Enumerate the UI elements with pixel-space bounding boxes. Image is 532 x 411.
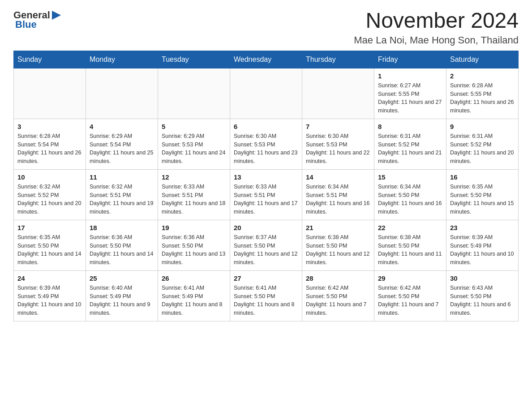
calendar-cell: 10Sunrise: 6:32 AMSunset: 5:52 PMDayligh… — [14, 169, 86, 220]
svg-marker-0 — [52, 11, 61, 20]
day-info: Sunrise: 6:42 AMSunset: 5:50 PMDaylight:… — [378, 284, 442, 317]
day-number: 22 — [378, 224, 442, 231]
day-info: Sunrise: 6:35 AMSunset: 5:50 PMDaylight:… — [450, 183, 515, 216]
calendar-week-4: 17Sunrise: 6:35 AMSunset: 5:50 PMDayligh… — [14, 220, 519, 270]
day-number: 2 — [450, 72, 515, 80]
calendar-cell: 25Sunrise: 6:40 AMSunset: 5:49 PMDayligh… — [86, 270, 158, 321]
day-number: 27 — [234, 274, 298, 282]
day-number: 23 — [450, 224, 515, 231]
calendar-cell: 18Sunrise: 6:36 AMSunset: 5:50 PMDayligh… — [86, 220, 158, 270]
calendar-cell: 6Sunrise: 6:30 AMSunset: 5:53 PMDaylight… — [230, 119, 302, 169]
calendar-cell: 7Sunrise: 6:30 AMSunset: 5:53 PMDaylight… — [302, 119, 374, 169]
day-info: Sunrise: 6:32 AMSunset: 5:51 PMDaylight:… — [90, 183, 154, 216]
day-number: 26 — [162, 274, 226, 282]
day-number: 28 — [306, 274, 370, 282]
calendar-cell: 29Sunrise: 6:42 AMSunset: 5:50 PMDayligh… — [374, 270, 446, 321]
calendar-week-3: 10Sunrise: 6:32 AMSunset: 5:52 PMDayligh… — [14, 169, 519, 220]
day-info: Sunrise: 6:37 AMSunset: 5:50 PMDaylight:… — [234, 233, 298, 267]
day-info: Sunrise: 6:38 AMSunset: 5:50 PMDaylight:… — [306, 233, 370, 267]
day-info: Sunrise: 6:29 AMSunset: 5:54 PMDaylight:… — [90, 132, 154, 166]
day-info: Sunrise: 6:33 AMSunset: 5:51 PMDaylight:… — [162, 183, 226, 216]
day-number: 20 — [234, 224, 298, 231]
day-info: Sunrise: 6:31 AMSunset: 5:52 PMDaylight:… — [378, 132, 442, 166]
day-info: Sunrise: 6:39 AMSunset: 5:49 PMDaylight:… — [17, 284, 82, 317]
day-info: Sunrise: 6:36 AMSunset: 5:50 PMDaylight:… — [162, 233, 226, 267]
day-number: 16 — [450, 173, 515, 181]
day-number: 8 — [378, 123, 442, 130]
calendar-cell: 30Sunrise: 6:43 AMSunset: 5:50 PMDayligh… — [446, 270, 519, 321]
calendar-cell — [86, 68, 158, 119]
day-number: 4 — [90, 123, 154, 130]
day-number: 21 — [306, 224, 370, 231]
day-number: 9 — [450, 123, 515, 130]
logo-arrow-icon — [51, 9, 64, 21]
day-info: Sunrise: 6:27 AMSunset: 5:55 PMDaylight:… — [378, 81, 442, 115]
weekday-header-wednesday: Wednesday — [230, 51, 302, 68]
day-info: Sunrise: 6:38 AMSunset: 5:50 PMDaylight:… — [378, 233, 442, 267]
weekday-header-thursday: Thursday — [302, 51, 374, 68]
calendar-cell: 1Sunrise: 6:27 AMSunset: 5:55 PMDaylight… — [374, 68, 446, 119]
calendar-cell — [230, 68, 302, 119]
calendar-cell: 5Sunrise: 6:29 AMSunset: 5:53 PMDaylight… — [158, 119, 230, 169]
day-number: 13 — [234, 173, 298, 181]
calendar-cell: 27Sunrise: 6:41 AMSunset: 5:50 PMDayligh… — [230, 270, 302, 321]
calendar-cell: 2Sunrise: 6:28 AMSunset: 5:55 PMDaylight… — [446, 68, 519, 119]
calendar-cell: 21Sunrise: 6:38 AMSunset: 5:50 PMDayligh… — [302, 220, 374, 270]
calendar-cell: 23Sunrise: 6:39 AMSunset: 5:49 PMDayligh… — [446, 220, 519, 270]
day-info: Sunrise: 6:40 AMSunset: 5:49 PMDaylight:… — [90, 284, 154, 317]
calendar-cell: 3Sunrise: 6:28 AMSunset: 5:54 PMDaylight… — [14, 119, 86, 169]
month-title: November 2024 — [354, 9, 519, 33]
weekday-header-saturday: Saturday — [446, 51, 519, 68]
calendar-cell — [302, 68, 374, 119]
weekday-header-friday: Friday — [374, 51, 446, 68]
day-info: Sunrise: 6:28 AMSunset: 5:54 PMDaylight:… — [17, 132, 82, 166]
day-number: 18 — [90, 224, 154, 231]
calendar-cell — [158, 68, 230, 119]
day-info: Sunrise: 6:28 AMSunset: 5:55 PMDaylight:… — [450, 81, 515, 115]
calendar-cell: 17Sunrise: 6:35 AMSunset: 5:50 PMDayligh… — [14, 220, 86, 270]
day-info: Sunrise: 6:29 AMSunset: 5:53 PMDaylight:… — [162, 132, 226, 166]
day-number: 5 — [162, 123, 226, 130]
weekday-header-sunday: Sunday — [14, 51, 86, 68]
day-number: 1 — [378, 72, 442, 80]
day-number: 19 — [162, 224, 226, 231]
day-number: 11 — [90, 173, 154, 181]
day-number: 7 — [306, 123, 370, 130]
calendar-cell: 14Sunrise: 6:34 AMSunset: 5:51 PMDayligh… — [302, 169, 374, 220]
day-info: Sunrise: 6:30 AMSunset: 5:53 PMDaylight:… — [234, 132, 298, 166]
calendar-cell: 19Sunrise: 6:36 AMSunset: 5:50 PMDayligh… — [158, 220, 230, 270]
calendar-cell — [14, 68, 86, 119]
calendar-cell: 22Sunrise: 6:38 AMSunset: 5:50 PMDayligh… — [374, 220, 446, 270]
day-info: Sunrise: 6:35 AMSunset: 5:50 PMDaylight:… — [17, 233, 82, 267]
day-info: Sunrise: 6:34 AMSunset: 5:51 PMDaylight:… — [306, 183, 370, 216]
day-number: 3 — [17, 123, 82, 130]
day-info: Sunrise: 6:36 AMSunset: 5:50 PMDaylight:… — [90, 233, 154, 267]
weekday-header-row: SundayMondayTuesdayWednesdayThursdayFrid… — [14, 51, 519, 68]
page-header: General Blue November 2024 Mae La Noi, M… — [13, 9, 519, 46]
calendar-cell: 12Sunrise: 6:33 AMSunset: 5:51 PMDayligh… — [158, 169, 230, 220]
calendar-cell: 24Sunrise: 6:39 AMSunset: 5:49 PMDayligh… — [14, 270, 86, 321]
calendar-week-1: 1Sunrise: 6:27 AMSunset: 5:55 PMDaylight… — [14, 68, 519, 119]
day-number: 6 — [234, 123, 298, 130]
calendar-cell: 15Sunrise: 6:34 AMSunset: 5:50 PMDayligh… — [374, 169, 446, 220]
calendar-cell: 11Sunrise: 6:32 AMSunset: 5:51 PMDayligh… — [86, 169, 158, 220]
day-info: Sunrise: 6:41 AMSunset: 5:49 PMDaylight:… — [162, 284, 226, 317]
day-number: 30 — [450, 274, 515, 282]
calendar-cell: 9Sunrise: 6:31 AMSunset: 5:52 PMDaylight… — [446, 119, 519, 169]
calendar-table: SundayMondayTuesdayWednesdayThursdayFrid… — [13, 51, 519, 321]
weekday-header-tuesday: Tuesday — [158, 51, 230, 68]
calendar-cell: 13Sunrise: 6:33 AMSunset: 5:51 PMDayligh… — [230, 169, 302, 220]
day-info: Sunrise: 6:34 AMSunset: 5:50 PMDaylight:… — [378, 183, 442, 216]
day-number: 29 — [378, 274, 442, 282]
day-number: 17 — [17, 224, 82, 231]
day-number: 24 — [17, 274, 82, 282]
calendar-cell: 26Sunrise: 6:41 AMSunset: 5:49 PMDayligh… — [158, 270, 230, 321]
day-number: 14 — [306, 173, 370, 181]
title-block: November 2024 Mae La Noi, Mae Hong Son, … — [354, 9, 519, 46]
calendar-cell: 16Sunrise: 6:35 AMSunset: 5:50 PMDayligh… — [446, 169, 519, 220]
day-number: 10 — [17, 173, 82, 181]
weekday-header-monday: Monday — [86, 51, 158, 68]
day-info: Sunrise: 6:41 AMSunset: 5:50 PMDaylight:… — [234, 284, 298, 317]
calendar-week-2: 3Sunrise: 6:28 AMSunset: 5:54 PMDaylight… — [14, 119, 519, 169]
calendar-cell: 20Sunrise: 6:37 AMSunset: 5:50 PMDayligh… — [230, 220, 302, 270]
